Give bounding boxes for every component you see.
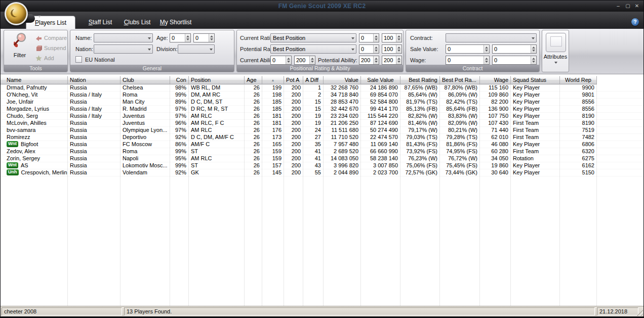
cell-club: FC Moscow [120, 141, 170, 148]
division-combo[interactable] [178, 44, 215, 54]
potential-rating-min-spinner[interactable]: 0 [359, 44, 379, 54]
table-row[interactable]: McLovin, AhillesRussiaJuventus96%AM RLC,… [1, 120, 643, 127]
cell-age: 26 [245, 169, 262, 176]
column-header-wage[interactable]: Wage [480, 76, 511, 84]
sale-value-max-spinner[interactable]: 0 [492, 44, 537, 54]
column-header-con[interactable]: Con [170, 76, 189, 84]
table-row[interactable]: WntBigfootRussiaFC Moscow86%AM/F C261652… [1, 141, 643, 148]
spinner-arrows[interactable] [309, 56, 315, 64]
spinner-arrows[interactable] [484, 45, 489, 53]
column-header-position[interactable]: Position [189, 76, 245, 84]
title-bar[interactable]: FM Genie Scout 2009 XE RC2 – ▢ ✕ [1, 1, 643, 12]
table-row[interactable]: Zedov, AlexRussiaRoma99%ST26159200412 68… [1, 148, 643, 155]
spinner-arrows[interactable] [396, 34, 401, 42]
spinner-arrows[interactable] [531, 56, 536, 64]
help-icon[interactable]: ? [631, 18, 639, 26]
age-min-spinner[interactable]: 0 [170, 33, 191, 42]
cell-a_diff: 35 [303, 141, 324, 148]
column-header-name[interactable]: Name [5, 76, 68, 84]
cell-wage: 60 280 [480, 148, 511, 155]
attributes-button[interactable] [546, 33, 566, 52]
add-button[interactable]: Add [35, 54, 54, 62]
current-rating-max-spinner[interactable]: 100 [382, 33, 402, 42]
column-header-pot_a[interactable]: Pot A [284, 76, 303, 84]
sale-value-min-spinner[interactable]: 0 [446, 44, 490, 54]
spinner-arrows[interactable] [531, 45, 536, 53]
column-header-value[interactable]: Value [324, 76, 361, 84]
spinner-arrows[interactable] [286, 56, 291, 64]
chevron-down-icon[interactable] [554, 62, 557, 64]
chevron-down-icon[interactable] [38, 16, 41, 18]
contract-combo[interactable] [446, 33, 537, 42]
table-row[interactable]: Joe, UnfairRussiaMan City89%D C, DM, ST2… [1, 99, 643, 106]
spinner-arrows[interactable] [396, 45, 401, 53]
spinner-arrows[interactable] [396, 56, 401, 64]
cell-pot_a: 200 [284, 84, 303, 91]
current-rating-combo[interactable]: Best Position [270, 33, 356, 42]
spinner-arrows[interactable] [373, 45, 379, 53]
current-ability-min-spinner[interactable]: 0 [270, 56, 292, 65]
age-max-spinner[interactable]: 0 [193, 33, 215, 42]
name-combo[interactable] [94, 33, 153, 42]
cell-nation: Russia [68, 155, 120, 162]
cell-pot_a: 200 [284, 92, 303, 98]
table-row[interactable]: bvv-samaraRussiaOlympique Lyon...97%AM R… [1, 127, 643, 134]
column-header-squad_status[interactable]: Squad Status [511, 76, 560, 84]
cell-sale_value: 99 414 170 [361, 106, 400, 112]
filter-button[interactable]: Filter [6, 32, 33, 65]
compare-button[interactable]: Compare [35, 34, 67, 42]
wage-min-spinner[interactable]: 0 [446, 56, 490, 65]
tab-my-shortlist[interactable]: My Shortlist [152, 16, 199, 29]
cell-age: 26 [245, 84, 262, 91]
column-header-club[interactable]: Club [120, 76, 170, 84]
cell-value: 21 206 250 [324, 120, 361, 126]
cell-best_pot_rating: 83,83% (W) [440, 113, 480, 119]
cell-club: Lokomotiv Mosc... [120, 162, 170, 169]
table-row[interactable]: UnhCrespovich, MerlinRussiaVolendam92%GK… [1, 169, 643, 176]
spinner-arrows[interactable] [185, 34, 190, 42]
group-general: Name: Age: 0 0 Nation: Division: EU Nati… [70, 30, 234, 72]
cell-club: Chelsea [120, 84, 170, 91]
suspend-button[interactable]: Suspend [35, 44, 66, 52]
current-ability-max-spinner[interactable]: 200 [294, 56, 315, 65]
column-header-a_diff[interactable]: A Diff [303, 76, 324, 84]
cell-con: 99% [170, 162, 189, 169]
table-row[interactable]: Drmad, PafnuttyRussiaChelsea98%WB RL, DM… [1, 84, 643, 92]
table-row[interactable]: Morgadze, LyriusRussia / ItalyR. Madrid9… [1, 106, 643, 113]
current-rating-min-spinner[interactable]: 0 [359, 33, 379, 42]
table-row[interactable]: WntASRussiaLokomotiv Mosc...99%ST2615720… [1, 162, 643, 169]
spinner-arrows[interactable] [484, 56, 489, 64]
column-header-age[interactable]: Age [245, 76, 262, 84]
column-header-nation[interactable]: Nation [68, 76, 120, 84]
potential-rating-max-spinner[interactable]: 100 [382, 44, 402, 54]
close-button[interactable]: ✕ [633, 3, 641, 10]
table-row[interactable]: RomirezzRussiaDeportivo92%D C, DM, AM/F … [1, 134, 643, 141]
maximize-button[interactable]: ▢ [624, 3, 632, 10]
table-row[interactable]: Chudo, SergRussia / ItalyJuventus97%AM R… [1, 113, 643, 120]
spinner-arrows[interactable] [373, 56, 379, 64]
cell-best_pot_rating: 82,09% (W) [440, 120, 480, 126]
column-header-world_rep[interactable]: World Rep [560, 76, 597, 84]
potential-rating-combo[interactable]: Best Position [270, 44, 356, 54]
column-header-best_rating[interactable]: Best Rating [400, 76, 440, 84]
eu-national-checkbox[interactable] [75, 56, 82, 63]
potential-ability-max-spinner[interactable]: 200 [382, 56, 402, 65]
spinner-arrows[interactable] [373, 34, 379, 42]
table-row[interactable]: Zorin, SergeyRussiaNapoli95%AM RLC261592… [1, 155, 643, 162]
group-caption-general: General [70, 65, 234, 72]
wage-max-spinner[interactable]: 0 [492, 56, 537, 65]
table-row[interactable]: O'Ncheg, VitRussia / ItalyRoma99%DM, AM … [1, 92, 643, 99]
potential-ability-min-spinner[interactable]: 200 [359, 56, 379, 65]
spinner-arrows[interactable] [209, 34, 214, 42]
cell-value: 2 044 890 [324, 169, 361, 176]
tab-staff-list[interactable]: Staff List [80, 16, 120, 29]
column-header-best_pot_rating[interactable]: Best Pot Ra... [440, 76, 480, 84]
cell-best_rating: 72,57% (GK) [400, 169, 440, 176]
minimize-button[interactable]: – [614, 3, 622, 10]
app-logo-orb[interactable] [5, 2, 28, 25]
cell-pot_a: 200 [284, 127, 303, 133]
nation-combo[interactable] [94, 44, 153, 54]
column-header-sale_value[interactable]: Sale Value [361, 76, 400, 84]
cell-best_pot_rating: 87,80% (WB) [440, 84, 480, 91]
column-header-ca[interactable]: ▲ [262, 76, 284, 84]
